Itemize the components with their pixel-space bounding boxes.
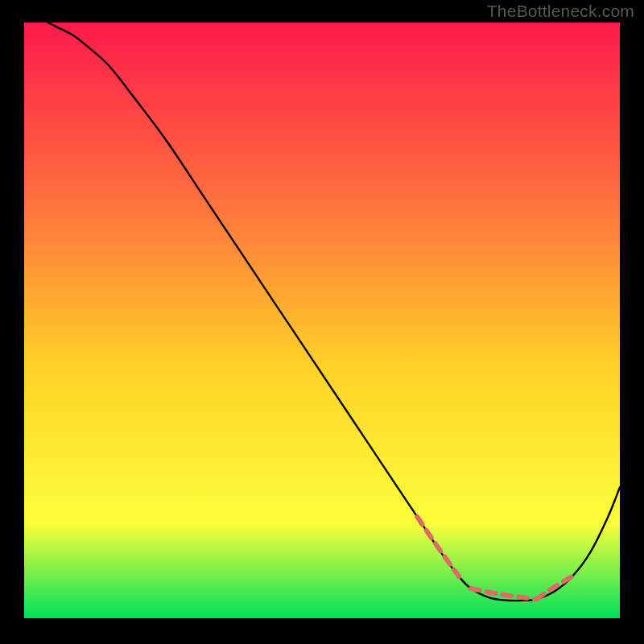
watermark-text: TheBottleneck.com	[487, 2, 634, 21]
gradient-background	[24, 23, 620, 618]
chart-frame: TheBottleneck.com	[0, 0, 644, 644]
bottleneck-chart	[24, 23, 620, 618]
